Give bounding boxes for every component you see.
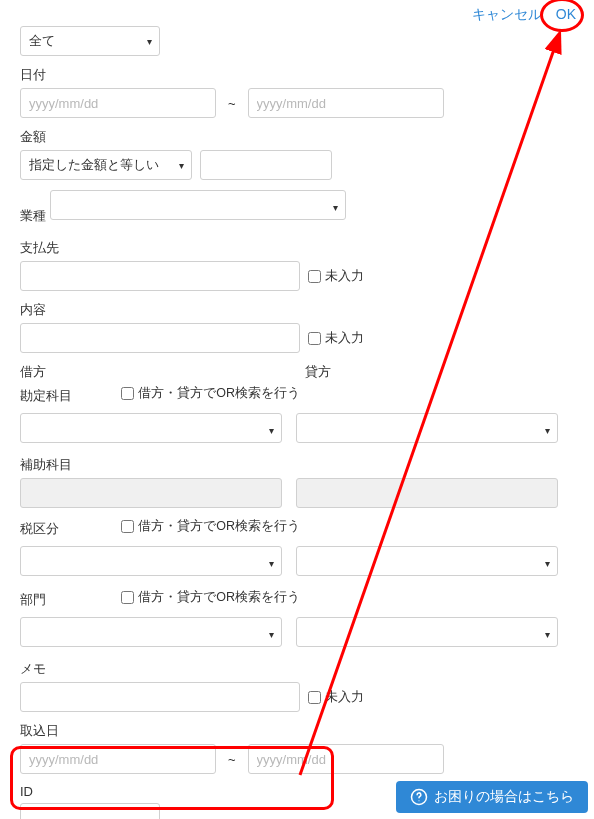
dept-or-box[interactable]: [121, 591, 134, 604]
memo-label: メモ: [20, 660, 46, 678]
date-tilde: ~: [224, 96, 240, 111]
filter-all-select[interactable]: 全て: [20, 26, 160, 56]
memo-input[interactable]: [20, 682, 300, 712]
industry-label: 業種: [20, 207, 46, 225]
memo-not-entered-text: 未入力: [325, 689, 364, 706]
debit-label: 借方: [20, 363, 46, 381]
payee-input[interactable]: [20, 261, 300, 291]
filter-all-value: 全て: [29, 32, 55, 50]
content-not-entered-text: 未入力: [325, 330, 364, 347]
content-input[interactable]: [20, 323, 300, 353]
date-to-input[interactable]: [248, 88, 444, 118]
payee-label: 支払先: [20, 239, 59, 257]
account-or-text: 借方・貸方でOR検索を行う: [138, 385, 300, 402]
dept-or-checkbox[interactable]: 借方・貸方でOR検索を行う: [121, 589, 300, 606]
cancel-link[interactable]: キャンセル: [472, 6, 542, 22]
payee-not-entered-checkbox[interactable]: 未入力: [308, 268, 364, 285]
account-or-checkbox[interactable]: 借方・貸方でOR検索を行う: [121, 385, 300, 402]
content-label: 内容: [20, 301, 46, 319]
ok-link[interactable]: OK: [556, 6, 576, 22]
dept-debit-select[interactable]: [20, 617, 282, 647]
payee-not-entered-text: 未入力: [325, 268, 364, 285]
tax-label: 税区分: [20, 520, 59, 538]
import-date-to-input[interactable]: [248, 744, 444, 774]
memo-not-entered-checkbox[interactable]: 未入力: [308, 689, 364, 706]
subaccount-debit-input: [20, 478, 282, 508]
content-not-entered-box[interactable]: [308, 332, 321, 345]
tax-or-text: 借方・貸方でOR検索を行う: [138, 518, 300, 535]
account-debit-select[interactable]: [20, 413, 282, 443]
tax-or-checkbox[interactable]: 借方・貸方でOR検索を行う: [121, 518, 300, 535]
help-button[interactable]: お困りの場合はこちら: [396, 781, 588, 813]
account-label: 勘定科目: [20, 387, 72, 405]
id-label: ID: [20, 784, 33, 799]
dept-label: 部門: [20, 591, 46, 609]
industry-select[interactable]: [50, 190, 346, 220]
question-circle-icon: [410, 788, 428, 806]
dept-or-text: 借方・貸方でOR検索を行う: [138, 589, 300, 606]
import-date-tilde: ~: [224, 752, 240, 767]
subaccount-credit-input: [296, 478, 558, 508]
payee-not-entered-box[interactable]: [308, 270, 321, 283]
import-date-from-input[interactable]: [20, 744, 216, 774]
amount-label: 金額: [20, 128, 46, 146]
dept-credit-select[interactable]: [296, 617, 558, 647]
tax-or-box[interactable]: [121, 520, 134, 533]
amount-input[interactable]: [200, 150, 332, 180]
content-not-entered-checkbox[interactable]: 未入力: [308, 330, 364, 347]
tax-debit-select[interactable]: [20, 546, 282, 576]
subaccount-label: 補助科目: [20, 456, 72, 474]
date-from-input[interactable]: [20, 88, 216, 118]
svg-point-2: [418, 800, 419, 801]
id-input[interactable]: [20, 803, 160, 819]
amount-condition-value: 指定した金額と等しい: [29, 156, 159, 174]
tax-credit-select[interactable]: [296, 546, 558, 576]
memo-not-entered-box[interactable]: [308, 691, 321, 704]
help-button-label: お困りの場合はこちら: [434, 788, 574, 806]
account-credit-select[interactable]: [296, 413, 558, 443]
credit-label: 貸方: [305, 363, 331, 381]
account-or-box[interactable]: [121, 387, 134, 400]
amount-condition-select[interactable]: 指定した金額と等しい: [20, 150, 192, 180]
import-date-label: 取込日: [20, 722, 59, 740]
date-label: 日付: [20, 66, 46, 84]
